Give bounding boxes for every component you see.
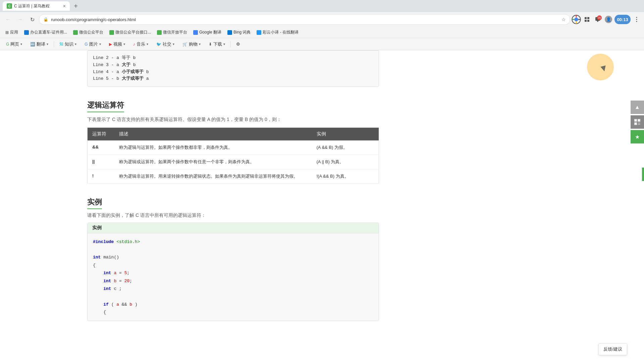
svg-rect-5	[587, 20, 589, 22]
bookmark-auth[interactable]: 办公直通车-证件用...	[21, 28, 70, 37]
tab-bar: C C 运算符 | 菜鸟教程 × +	[0, 0, 644, 12]
url-text: runoob.com/cprogramming/c-operators.html	[51, 17, 559, 22]
nav-separator-2	[230, 41, 231, 48]
svg-rect-4	[585, 20, 587, 22]
code-line-var-b: int b = 20;	[93, 277, 373, 285]
output-line-4: Line 5 - b 大于或等于 a	[93, 75, 373, 82]
search-nav-images[interactable]: G 图片 ▾	[81, 40, 104, 49]
code-block: #include <stdio.h> int main() { int a = …	[88, 233, 379, 321]
search-nav-social[interactable]: 🐦 社交 ▾	[153, 40, 178, 49]
active-tab[interactable]: C C 运算符 | 菜鸟教程 ×	[3, 1, 70, 11]
chevron-down-icon: ▾	[99, 42, 101, 46]
desc-and-cell: 称为逻辑与运算符。如果两个操作数都非零，则条件为真。	[114, 140, 312, 155]
example-not-cell: !(A && B) 为真。	[312, 169, 379, 183]
op-not-cell: !	[88, 169, 114, 183]
browser-window: C C 运算符 | 菜鸟教程 × + ← → ↻ 🔒 runoob.com/cp…	[0, 0, 644, 328]
google-favicon-icon	[193, 30, 198, 35]
bookmark-wechat3[interactable]: 微信开放平台	[154, 28, 190, 37]
refresh-button[interactable]: ↻	[27, 14, 38, 25]
main-content-area: Line 2 - a 等于 b Line 3 - a 大于 b Line 4 -…	[0, 50, 386, 328]
search-nav-bar: G 网页 ▾ 🔤 翻译 ▾ 知 知识 ▾ G 图片 ▾ ▶ 视频 ▾ ♪ 音乐 …	[0, 38, 644, 50]
code-example-header: 实例	[88, 223, 379, 233]
caiyun-favicon-icon	[257, 30, 261, 35]
wechat1-favicon-icon	[73, 30, 78, 35]
nav-separator	[54, 41, 54, 48]
new-tab-button[interactable]: +	[71, 1, 80, 11]
svg-point-8	[636, 19, 637, 20]
op-and-cell: &&	[88, 140, 114, 155]
code-line-open-brace: {	[93, 261, 373, 269]
op-or-cell: ||	[88, 155, 114, 169]
table-row: ! 称为逻辑非运算符。用来逆转操作数的逻辑状态。如果条件为真则逻辑非运算符将使其…	[88, 169, 379, 183]
code-line-include: #include <stdio.h>	[93, 238, 373, 246]
auth-favicon-icon	[24, 30, 29, 35]
apps-grid-icon: ⊞	[5, 30, 9, 35]
scroll-up-button[interactable]: ▲	[631, 101, 644, 114]
example-and-cell: (A && B) 为假。	[312, 140, 379, 155]
wechat3-favicon-icon	[157, 30, 162, 35]
bing-favicon-icon	[227, 30, 232, 35]
col-header-desc: 描述	[114, 127, 312, 140]
svg-rect-19	[639, 124, 640, 125]
svg-rect-18	[638, 124, 639, 125]
logic-operators-table: 运算符 描述 实例 && 称为逻辑与运算符。如果两个操作数都非零，则条件为真。 …	[87, 127, 379, 184]
output-block: Line 2 - a 等于 b Line 3 - a 大于 b Line 4 -…	[87, 50, 379, 87]
browser-menu-button[interactable]	[632, 15, 641, 24]
bookmark-apps[interactable]: ⊞ 应用	[3, 28, 21, 37]
bookmark-wechat1[interactable]: 微信公众平台	[70, 28, 106, 37]
code-example-box: 实例 #include <stdio.h> int main() { int a…	[87, 223, 379, 321]
search-nav-translate[interactable]: 🔤 翻译 ▾	[27, 40, 52, 49]
lock-icon: 🔒	[43, 17, 48, 22]
search-nav-settings[interactable]: ⚙	[233, 40, 244, 49]
page-content: Line 2 - a 等于 b Line 3 - a 大于 b Line 4 -…	[0, 50, 644, 328]
notification-icon-button[interactable]: 35	[593, 15, 602, 24]
chevron-down-icon: ▾	[123, 42, 125, 46]
chevron-down-icon: ▾	[75, 42, 76, 46]
bookmark-google[interactable]: Google 翻译	[191, 28, 224, 37]
example-section-desc: 请看下面的实例，了解 C 语言中所有可用的逻辑运算符：	[87, 213, 379, 219]
search-nav-shopping[interactable]: 🛒 购物 ▾	[179, 40, 204, 49]
example-section-heading: 实例	[87, 197, 102, 209]
svg-rect-13	[638, 120, 640, 121]
search-nav-web[interactable]: G 网页 ▾	[3, 40, 25, 49]
favorite-star-button[interactable]: ★	[631, 130, 644, 143]
search-nav-knowledge[interactable]: 知 知识 ▾	[56, 40, 80, 49]
cursor-pointer-icon	[600, 65, 607, 72]
search-nav-video[interactable]: ▶ 视频 ▾	[106, 40, 128, 49]
logic-operators-section: 逻辑运算符 下表显示了 C 语言支持的所有关系逻辑运算符。假设变量 A 的值为 …	[87, 94, 379, 183]
svg-rect-3	[587, 17, 589, 19]
desc-or-cell: 称为逻辑或运算符。如果两个操作数中有任意一个非零，则条件为真。	[114, 155, 312, 169]
bookmark-wechat2[interactable]: 微信公众平台接口...	[107, 28, 154, 37]
col-header-operator: 运算符	[88, 127, 114, 140]
bookmark-bing[interactable]: Bing 词典	[225, 28, 253, 37]
tab-close-button[interactable]: ×	[63, 3, 66, 9]
chevron-down-icon: ▾	[173, 42, 174, 46]
col-header-example: 实例	[312, 127, 379, 140]
extensions-icon-button[interactable]	[582, 15, 592, 24]
bookmark-caiyun[interactable]: 彩云小译 - 在线翻译	[254, 28, 301, 37]
svg-rect-17	[639, 123, 640, 123]
qr-code-button[interactable]	[631, 115, 644, 129]
svg-rect-11	[635, 120, 636, 121]
svg-point-9	[636, 21, 637, 22]
svg-rect-16	[638, 123, 639, 123]
svg-point-7	[636, 17, 637, 18]
svg-point-1	[574, 17, 578, 21]
table-row: && 称为逻辑与运算符。如果两个操作数都非零，则条件为真。 (A && B) 为…	[88, 140, 379, 155]
forward-button[interactable]: →	[15, 14, 25, 25]
search-nav-download[interactable]: ⬇ 下载 ▾	[205, 40, 228, 49]
user-avatar-button[interactable]: 👤	[604, 15, 613, 24]
address-bar[interactable]: 🔒 runoob.com/cprogramming/c-operators.ht…	[39, 14, 570, 25]
table-header-row: 运算符 描述 实例	[88, 127, 379, 140]
example-or-cell: (A || B) 为真。	[312, 155, 379, 169]
search-nav-music[interactable]: ♪ 音乐 ▾	[130, 40, 152, 49]
code-line-var-a: int a = 5;	[93, 269, 373, 277]
chrome-icon-button[interactable]	[572, 15, 581, 24]
logic-section-desc: 下表显示了 C 语言支持的所有关系逻辑运算符。假设变量 A 的值为 1，变量 B…	[87, 116, 379, 123]
code-line-blank2	[93, 293, 373, 300]
chevron-down-icon: ▾	[223, 42, 225, 46]
output-line-1: Line 2 - a 等于 b	[93, 55, 373, 62]
back-button[interactable]: ←	[3, 14, 13, 25]
chevron-down-icon: ▾	[199, 42, 201, 46]
desc-not-cell: 称为逻辑非运算符。用来逆转操作数的逻辑状态。如果条件为真则逻辑非运算符将使其为假…	[114, 169, 312, 183]
